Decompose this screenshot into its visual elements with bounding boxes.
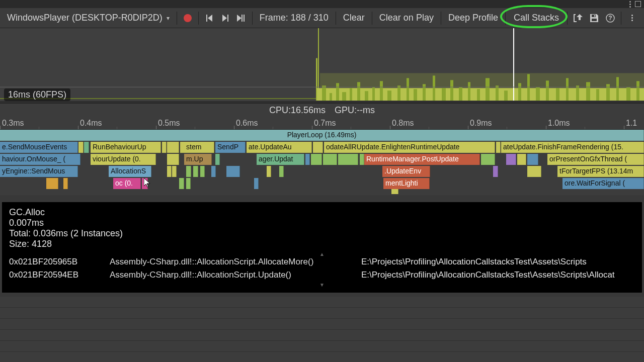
callstack-table: 0x021BF205965B Assembly-CSharp.dll!::All… <box>9 257 635 280</box>
band[interactable]: ore.WaitForSignal ( <box>562 178 644 189</box>
stack-path: E:\Projects\Profiling\AllocationCallstac… <box>361 257 635 267</box>
svg-rect-31 <box>504 90 508 101</box>
band[interactable] <box>78 142 84 153</box>
band[interactable] <box>235 166 240 177</box>
band[interactable] <box>360 154 364 165</box>
band[interactable] <box>162 142 167 153</box>
tick: 0.9ms <box>468 117 492 129</box>
svg-rect-39 <box>576 85 579 101</box>
tick: 1.0ms <box>546 117 570 129</box>
context-menu-button[interactable] <box>624 11 639 26</box>
band[interactable] <box>193 166 198 177</box>
band[interactable] <box>211 166 216 177</box>
clear-on-play-toggle[interactable]: Clear on Play <box>375 11 438 25</box>
band[interactable] <box>279 166 284 177</box>
tick: 0.4ms <box>78 117 102 129</box>
band[interactable] <box>186 166 191 177</box>
band[interactable] <box>63 178 68 189</box>
band[interactable] <box>186 178 191 189</box>
band[interactable] <box>167 154 179 165</box>
clear-button[interactable]: Clear <box>339 11 369 25</box>
svg-rect-29 <box>486 78 490 101</box>
band[interactable]: ager.Updat <box>257 154 304 165</box>
svg-rect-35 <box>536 87 540 101</box>
svg-rect-44 <box>626 87 630 101</box>
band[interactable] <box>527 154 538 165</box>
band[interactable]: RunBehaviourUp <box>91 142 161 153</box>
band[interactable] <box>267 166 271 177</box>
svg-rect-24 <box>442 88 446 101</box>
band[interactable]: stem <box>184 142 214 153</box>
band[interactable]: yEngine::SendMous <box>0 166 78 177</box>
band[interactable]: e.SendMouseEvents <box>0 142 78 153</box>
svg-rect-13 <box>350 88 352 101</box>
stack-addr: 0x021BF20594EB <box>9 270 100 280</box>
svg-rect-32 <box>513 28 514 101</box>
band[interactable]: .UpdateEnv <box>382 166 430 177</box>
timeline-bands[interactable]: PlayerLoop (16.49ms) e.SendMouseEvents R… <box>0 130 644 195</box>
band[interactable]: orPresentOnGfxThread ( <box>547 154 644 165</box>
band[interactable]: tForTargetFPS (13.14m <box>557 166 644 177</box>
band[interactable]: viourUpdate (0. <box>91 154 156 165</box>
band[interactable]: mentLighti <box>383 178 430 189</box>
call-stacks-toggle[interactable]: Call Stacks <box>509 11 564 25</box>
time-ruler[interactable]: 0.3ms 0.4ms 0.5ms 0.6ms 0.7ms 0.8ms 0.9m… <box>0 117 644 130</box>
band[interactable] <box>305 154 310 165</box>
band[interactable] <box>493 166 498 177</box>
record-button[interactable] <box>180 11 195 26</box>
band[interactable] <box>391 189 398 194</box>
band[interactable]: haviour.OnMouse_ ( <box>0 154 80 165</box>
svg-rect-15 <box>365 91 368 101</box>
svg-rect-16 <box>372 87 375 101</box>
band[interactable] <box>179 178 184 189</box>
band[interactable] <box>215 154 220 165</box>
save-icon <box>590 14 598 22</box>
save-profile-button[interactable] <box>587 11 602 26</box>
svg-rect-22 <box>423 84 426 101</box>
band[interactable] <box>496 142 501 153</box>
band[interactable] <box>323 154 337 165</box>
band[interactable] <box>311 154 322 165</box>
band[interactable]: ate.UpdateAu <box>247 142 312 153</box>
context-menu-icon[interactable] <box>629 1 631 8</box>
current-frame-button[interactable] <box>234 11 249 26</box>
band[interactable]: RuntimeManager.PostUpdate <box>364 154 480 165</box>
band[interactable]: SendP <box>215 142 246 153</box>
band[interactable] <box>167 142 179 153</box>
deep-profile-toggle[interactable]: Deep Profile <box>444 11 502 25</box>
target-dropdown[interactable]: WindowsPlayer (DESKTOP-R0DIP2D) <box>3 11 174 25</box>
band[interactable] <box>506 154 516 165</box>
band[interactable]: ateUpdate.FinishFrameRendering (15. <box>501 142 644 153</box>
stack-addr: 0x021BF205965B <box>9 257 100 267</box>
help-button[interactable]: ? <box>603 11 618 26</box>
cpu-overview-chart[interactable]: 16ms (60FPS) <box>0 28 644 104</box>
prev-frame-button[interactable] <box>202 11 217 26</box>
load-profile-button[interactable] <box>571 11 586 26</box>
next-frame-button[interactable] <box>218 11 233 26</box>
band[interactable] <box>200 166 205 177</box>
svg-rect-37 <box>556 88 559 101</box>
band[interactable] <box>313 142 323 153</box>
help-icon: ? <box>606 14 615 23</box>
band-playerloop[interactable]: PlayerLoop (16.49ms) <box>0 130 644 141</box>
cpu-time: CPU:16.56ms <box>269 105 326 116</box>
band[interactable] <box>172 166 177 177</box>
band[interactable] <box>481 154 495 165</box>
band[interactable]: AllocationS <box>109 166 151 177</box>
band[interactable]: odateAllRUpdate.EnlightenRuntimeUpdate <box>324 142 495 153</box>
band[interactable] <box>46 178 58 189</box>
band[interactable] <box>167 166 172 177</box>
stack-symbol: Assembly-CSharp.dll!::AllocationScript.A… <box>110 257 351 267</box>
svg-rect-38 <box>566 78 569 101</box>
band[interactable] <box>517 154 526 165</box>
band[interactable] <box>254 178 259 189</box>
gpu-time: GPU:--ms <box>335 105 375 116</box>
band[interactable] <box>84 142 89 153</box>
maximize-icon[interactable] <box>635 1 641 7</box>
band[interactable] <box>527 166 541 177</box>
band-gc-alloc[interactable]: oc (0. <box>113 178 141 189</box>
band[interactable]: m.Up <box>184 154 212 165</box>
band[interactable] <box>338 154 358 165</box>
skip-end-icon <box>237 15 246 22</box>
tick: 0.3ms <box>0 117 24 129</box>
